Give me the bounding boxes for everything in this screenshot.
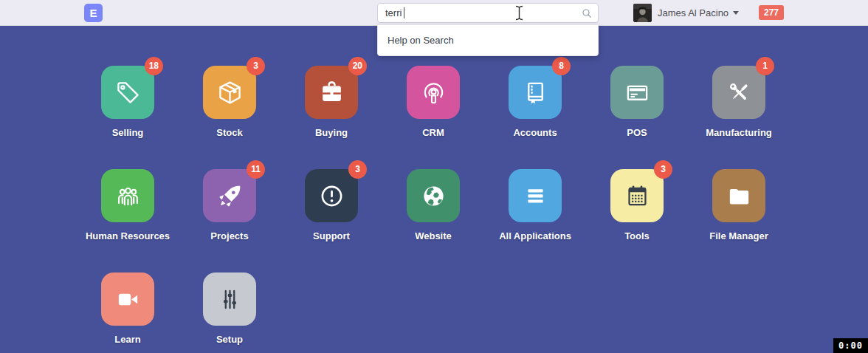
user-menu[interactable]: James Al Pacino bbox=[633, 4, 739, 22]
briefcase-icon bbox=[318, 79, 345, 106]
sliders-icon bbox=[216, 286, 244, 313]
app-count-badge: 20 bbox=[348, 57, 367, 75]
app-shortcut-setup[interactable]: Setup bbox=[179, 273, 280, 353]
app-label: Support bbox=[313, 230, 350, 241]
folder-icon bbox=[726, 182, 753, 210]
box-icon bbox=[216, 79, 244, 106]
calendar-icon bbox=[624, 182, 651, 210]
organization-icon bbox=[114, 182, 142, 210]
recording-timer: 0:00 bbox=[833, 338, 868, 353]
app-shortcut-pos[interactable]: POS bbox=[586, 66, 688, 169]
user-avatar bbox=[633, 4, 652, 22]
app-label: Selling bbox=[112, 127, 144, 138]
app-tile[interactable]: 3 bbox=[203, 66, 256, 119]
app-shortcut-website[interactable]: Website bbox=[382, 169, 484, 273]
app-shortcut-stock[interactable]: 3 Stock bbox=[179, 66, 280, 169]
app-count-badge: 11 bbox=[247, 160, 265, 179]
app-count-badge: 3 bbox=[654, 160, 672, 179]
app-label: Human Resources bbox=[86, 230, 170, 241]
app-tile[interactable] bbox=[712, 169, 765, 222]
app-label: Tools bbox=[624, 230, 650, 241]
app-shortcut-all-applications[interactable]: All Applications bbox=[484, 169, 586, 273]
home-logo-button[interactable]: E bbox=[84, 4, 103, 22]
app-count-badge: 8 bbox=[552, 57, 571, 75]
app-label: Setup bbox=[216, 334, 243, 345]
app-shortcut-support[interactable]: 3 Support bbox=[280, 169, 382, 273]
chevron-down-icon bbox=[733, 11, 739, 15]
app-shortcut-tools[interactable]: 3 Tools bbox=[586, 169, 688, 273]
search-dropdown: Help on Search bbox=[377, 24, 599, 56]
tools-icon bbox=[726, 79, 753, 106]
app-label: CRM bbox=[422, 127, 444, 138]
app-shortcut-projects[interactable]: 11 Projects bbox=[179, 169, 280, 273]
app-label: POS bbox=[627, 127, 647, 138]
app-label: File Manager bbox=[709, 230, 768, 241]
text-caret bbox=[404, 7, 404, 18]
app-tile[interactable] bbox=[610, 66, 664, 119]
desk-area: 18 Selling 3 Stock 20 Buying CRM 8 Accou… bbox=[0, 26, 868, 353]
search-dropdown-item-help[interactable]: Help on Search bbox=[378, 25, 598, 55]
app-tile[interactable]: 18 bbox=[101, 66, 154, 119]
app-tile[interactable]: 1 bbox=[712, 66, 765, 119]
search-icon[interactable] bbox=[581, 7, 593, 19]
app-label: Buying bbox=[315, 127, 348, 138]
app-tile[interactable]: 20 bbox=[305, 66, 358, 119]
app-shortcut-manufacturing[interactable]: 1 Manufacturing bbox=[688, 66, 790, 169]
app-label: Manufacturing bbox=[706, 127, 772, 138]
app-tile[interactable]: 3 bbox=[305, 169, 358, 222]
credit-card-icon bbox=[624, 79, 651, 106]
global-search-input[interactable] bbox=[377, 3, 599, 23]
app-count-badge: 1 bbox=[756, 57, 774, 75]
video-icon bbox=[114, 286, 142, 313]
app-count-badge: 3 bbox=[348, 160, 367, 179]
app-label: All Applications bbox=[499, 230, 571, 241]
app-shortcut-selling[interactable]: 18 Selling bbox=[77, 66, 179, 169]
app-tile[interactable] bbox=[407, 66, 460, 119]
rocket-icon bbox=[216, 182, 244, 210]
app-shortcut-file-manager[interactable]: File Manager bbox=[688, 169, 790, 273]
app-label: Accounts bbox=[513, 127, 557, 138]
global-search: Help on Search bbox=[377, 3, 599, 23]
broadcast-icon bbox=[420, 79, 447, 106]
app-tile[interactable] bbox=[101, 169, 154, 222]
app-label: Learn bbox=[114, 334, 140, 345]
app-label: Website bbox=[415, 230, 452, 241]
notification-count-badge[interactable]: 277 bbox=[759, 5, 784, 20]
app-tile[interactable] bbox=[101, 273, 154, 326]
globe-icon bbox=[420, 182, 447, 210]
app-shortcut-buying[interactable]: 20 Buying bbox=[280, 66, 382, 169]
app-count-badge: 3 bbox=[247, 57, 265, 75]
top-navbar: E Help on Search James Al Pacino 277 bbox=[0, 0, 868, 26]
app-tile[interactable] bbox=[509, 169, 562, 222]
app-tile[interactable]: 3 bbox=[610, 169, 664, 222]
app-count-badge: 18 bbox=[145, 57, 163, 75]
app-label: Projects bbox=[210, 230, 248, 241]
app-label: Stock bbox=[216, 127, 242, 138]
app-tile[interactable] bbox=[407, 169, 460, 222]
user-name: James Al Pacino bbox=[658, 7, 728, 18]
book-icon bbox=[522, 79, 549, 106]
app-grid: 18 Selling 3 Stock 20 Buying CRM 8 Accou… bbox=[77, 26, 790, 353]
app-tile[interactable]: 11 bbox=[203, 169, 256, 222]
logo-letter: E bbox=[89, 7, 97, 19]
app-tile[interactable] bbox=[203, 273, 256, 326]
app-tile[interactable]: 8 bbox=[509, 66, 562, 119]
issue-opened-icon bbox=[318, 182, 345, 210]
app-shortcut-human-resources[interactable]: Human Resources bbox=[77, 169, 179, 273]
tag-icon bbox=[114, 79, 142, 106]
app-shortcut-accounts[interactable]: 8 Accounts bbox=[484, 66, 586, 169]
three-bars-icon bbox=[522, 182, 549, 210]
app-shortcut-learn[interactable]: Learn bbox=[77, 273, 179, 353]
app-shortcut-crm[interactable]: CRM bbox=[382, 66, 484, 169]
